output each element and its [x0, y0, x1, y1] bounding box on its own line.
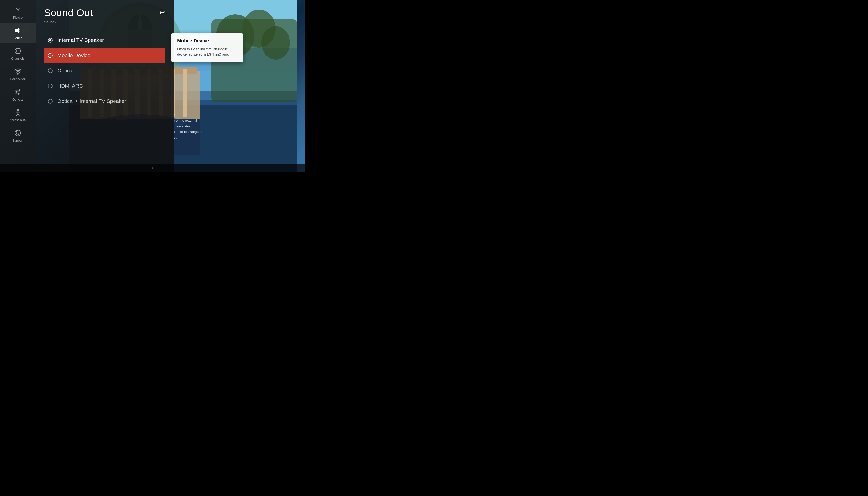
- radio-hdmi-arc: [48, 83, 53, 88]
- option-hdmi-arc[interactable]: HDMI ARC: [44, 79, 165, 93]
- svg-rect-24: [183, 69, 187, 117]
- info-panel: Mobile Device Listen to TV sound through…: [172, 33, 243, 62]
- divider-top: [44, 31, 165, 31]
- sound-icon: [14, 26, 22, 35]
- svg-line-47: [16, 114, 18, 116]
- option-label-optical-internal: Optical + Internal TV Speaker: [58, 98, 126, 104]
- svg-point-8: [261, 26, 290, 60]
- sidebar: ✳ Picture Sound Cha: [0, 0, 36, 172]
- picture-icon: ✳: [14, 6, 22, 14]
- option-optical-internal[interactable]: Optical + Internal TV Speaker: [44, 94, 165, 109]
- page-title: Sound Out: [44, 7, 165, 19]
- radio-internal-tv-speaker: [48, 38, 53, 43]
- svg-point-37: [17, 73, 19, 75]
- svg-point-42: [16, 91, 17, 93]
- sidebar-item-sound[interactable]: Sound: [0, 23, 36, 43]
- lg-logo: LG: [150, 166, 155, 170]
- info-panel-title: Mobile Device: [177, 38, 237, 44]
- overlay-line2: r of the external: [174, 118, 202, 124]
- sidebar-item-connection[interactable]: Connection: [0, 64, 36, 84]
- overlay-text: al r of the external ction status. emote…: [174, 112, 202, 141]
- overlay-line4: emote to change to: [174, 129, 202, 135]
- sidebar-label-sound: Sound: [13, 36, 22, 40]
- option-internal-tv-speaker[interactable]: Internal TV Speaker: [44, 33, 165, 48]
- sound-out-options: Internal TV Speaker Mobile Device Optica…: [44, 33, 165, 109]
- sidebar-item-picture[interactable]: ✳ Picture: [0, 2, 36, 23]
- option-label-mobile-device: Mobile Device: [58, 52, 90, 59]
- connection-icon: [14, 67, 22, 76]
- sidebar-label-general: General: [12, 98, 23, 101]
- info-panel-description: Listen to TV sound through mobile device…: [177, 46, 237, 57]
- sidebar-label-connection: Connection: [10, 77, 26, 81]
- svg-line-48: [18, 114, 19, 116]
- main-content: ↩ Sound Out Sound / Internal TV Speaker …: [36, 0, 174, 172]
- sidebar-label-support: Support: [12, 139, 23, 142]
- bottom-bar: LG: [0, 165, 305, 172]
- option-label-optical: Optical: [58, 68, 74, 74]
- sidebar-label-channels: Channels: [12, 57, 25, 60]
- option-label-hdmi-arc: HDMI ARC: [58, 83, 83, 89]
- radio-optical-internal: [48, 99, 53, 104]
- sidebar-label-accessibility: Accessibility: [10, 118, 27, 122]
- sidebar-label-picture: Picture: [13, 16, 22, 19]
- sidebar-item-general[interactable]: General: [0, 84, 36, 105]
- svg-point-43: [18, 93, 19, 95]
- sidebar-item-channels[interactable]: Channels: [0, 43, 36, 64]
- breadcrumb: Sound /: [44, 20, 165, 24]
- svg-point-41: [19, 89, 20, 91]
- sidebar-item-accessibility[interactable]: Accessibility: [0, 105, 36, 125]
- accessibility-icon: [14, 108, 22, 117]
- overlay-line3: ction status.: [174, 124, 202, 129]
- option-mobile-device[interactable]: Mobile Device: [44, 48, 165, 63]
- support-icon: [14, 129, 22, 137]
- radio-mobile-device: [48, 53, 53, 58]
- svg-point-50: [17, 133, 19, 135]
- overlay-line5: ut.: [174, 135, 202, 141]
- general-icon: [14, 88, 22, 96]
- svg-point-44: [17, 109, 19, 111]
- radio-optical: [48, 68, 53, 73]
- sidebar-item-support[interactable]: Support: [0, 125, 36, 146]
- svg-marker-31: [15, 28, 19, 33]
- option-label-internal-tv-speaker: Internal TV Speaker: [58, 37, 104, 43]
- svg-point-51: [17, 131, 18, 133]
- back-button[interactable]: ↩: [157, 7, 167, 17]
- option-optical[interactable]: Optical: [44, 63, 165, 78]
- channels-icon: [14, 47, 22, 55]
- overlay-line1: al: [174, 112, 202, 118]
